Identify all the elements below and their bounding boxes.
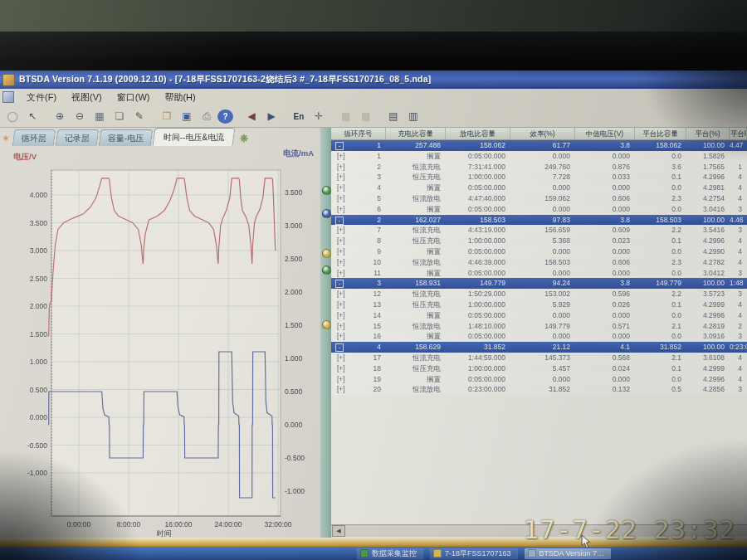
record-tool[interactable]: ◯ xyxy=(3,108,22,124)
column-header-3[interactable]: 效率(%) xyxy=(510,128,575,139)
step-row[interactable]: [+]7恒流充电4:43:19.000156.6590.6092.23.5416… xyxy=(331,225,747,236)
step-row[interactable]: [+]2恒流充电7:31:41.000249.7600.8763.61.7565… xyxy=(331,162,747,173)
expand-box-icon[interactable]: [+] xyxy=(331,204,351,215)
save-file-button[interactable]: ▣ xyxy=(178,108,196,124)
step-row[interactable]: [+]4搁置0:05:00.0000.0000.0000.04.29814 xyxy=(331,183,747,193)
expand-box-icon[interactable]: [+] xyxy=(331,353,351,363)
cell: 4.2754 xyxy=(686,193,730,204)
step-row[interactable]: [+]5恒流放电4:47:40.000159.0620.6062.34.2754… xyxy=(331,193,747,204)
cycle-table-button[interactable]: ▤ xyxy=(384,108,403,124)
menu-item-0[interactable]: 文件(F) xyxy=(19,90,64,105)
expand-box-icon[interactable]: [+] xyxy=(331,193,351,204)
column-header-7[interactable]: 平台时间 xyxy=(730,128,747,139)
step-row[interactable]: [+]15恒流放电1:48:10.000149.7790.5712.14.281… xyxy=(331,321,747,332)
collapse-box-icon[interactable]: - xyxy=(335,142,344,150)
cell: 5.368 xyxy=(510,236,575,246)
menu-item-3[interactable]: 帮助(H) xyxy=(157,90,203,105)
collapse-box-icon[interactable]: - xyxy=(335,217,344,225)
step-row[interactable]: [+]6搁置0:05:00.0000.0000.0000.03.04163 xyxy=(331,204,747,215)
pan-tool[interactable]: ❏ xyxy=(110,108,129,124)
menu-item-2[interactable]: 窗口(W) xyxy=(110,90,158,105)
record-table-button[interactable]: ▥ xyxy=(404,108,422,124)
zoom-out-tool[interactable]: ⊖ xyxy=(71,108,89,124)
grid-view-tool[interactable]: ▦ xyxy=(90,108,109,124)
disabled-button-2[interactable]: ▩ xyxy=(357,108,375,124)
column-header-6[interactable]: 平台(%) xyxy=(686,128,730,139)
step-row[interactable]: [+]14搁置0:05:00.0000.0000.0000.04.29964 xyxy=(331,310,747,321)
select-tool[interactable]: ↖ xyxy=(23,108,42,124)
expand-box-icon[interactable]: [+] xyxy=(331,384,351,395)
disabled-button-1[interactable]: ▩ xyxy=(337,108,355,124)
print-button[interactable]: ⎙ xyxy=(198,108,216,124)
cycle-summary-row[interactable]: -4158.62931.85221.124.131.852100.000:23:… xyxy=(331,342,747,353)
open-file-button[interactable]: ❐ xyxy=(158,108,176,124)
expand-box-icon[interactable]: [+] xyxy=(331,331,351,342)
expand-box-icon[interactable]: [+] xyxy=(331,151,351,162)
expand-box-icon[interactable]: [+] xyxy=(331,363,351,374)
cell: 3.0416 xyxy=(686,204,730,215)
taskbar-item-2[interactable]: BTSDA Version 7… xyxy=(525,548,612,559)
step-row[interactable]: [+]3恒压充电1:00:00.0007.7280.0330.14.29964 xyxy=(331,172,747,183)
step-row[interactable]: [+]9搁置0:05:00.0000.0000.0000.04.29904 xyxy=(331,246,747,257)
tab-2[interactable]: 容量-电压 xyxy=(99,129,154,146)
tab-0[interactable]: 循环层 xyxy=(12,129,56,146)
zoom-in-tool[interactable]: ⊕ xyxy=(51,108,69,124)
scroll-left-arrow-icon[interactable]: ◀ xyxy=(332,525,345,537)
cell: 0.1 xyxy=(635,172,686,183)
expand-box-icon[interactable]: [+] xyxy=(331,310,351,321)
column-header-1[interactable]: 充电比容量 xyxy=(386,128,446,139)
expand-box-icon[interactable]: [+] xyxy=(331,236,351,246)
taskbar-item-1[interactable]: 7-18早FSS1707163 xyxy=(430,548,518,559)
cell: 4.2782 xyxy=(686,257,730,268)
column-header-5[interactable]: 平台比容量 xyxy=(635,128,686,139)
collapse-box-icon[interactable]: - xyxy=(335,343,344,352)
expand-box-icon[interactable]: [+] xyxy=(331,268,351,279)
step-row[interactable]: [+]17恒流充电1:44:59.000145.3730.5682.13.610… xyxy=(331,353,747,363)
expand-box-icon[interactable]: [+] xyxy=(331,246,351,257)
tab-time-voltage-current[interactable]: 时间--电压&电流 xyxy=(153,128,236,146)
next-cycle-button[interactable]: ▶ xyxy=(262,108,281,124)
cycle-summary-row[interactable]: -2162.027158.50397.833.8158.503100.004.4… xyxy=(331,215,747,226)
svg-text:电压/V: 电压/V xyxy=(13,152,37,161)
prev-cycle-button[interactable]: ◀ xyxy=(242,108,261,124)
expand-box-icon[interactable]: [+] xyxy=(331,289,351,299)
expand-box-icon[interactable]: [+] xyxy=(331,183,351,193)
menu-item-1[interactable]: 视图(V) xyxy=(64,90,110,105)
step-row[interactable]: [+]16搁置0:05:00.0000.0000.0000.03.09163 xyxy=(331,331,747,342)
step-row[interactable]: [+]8恒压充电1:00:00.0005.3680.0230.14.29964 xyxy=(331,236,747,246)
language-en-button[interactable]: En xyxy=(290,108,308,124)
cycle-summary-row[interactable]: -3158.931149.77994.243.8149.779100.001:4… xyxy=(331,278,747,289)
marker-button[interactable]: ✛ xyxy=(310,108,328,124)
help-button[interactable]: ? xyxy=(217,110,233,124)
expand-box-icon[interactable]: [+] xyxy=(331,162,351,173)
expand-box-icon[interactable]: [+] xyxy=(331,257,351,268)
step-row[interactable]: [+]18恒压充电1:00:00.0005.4570.0240.14.29994 xyxy=(331,363,747,374)
step-row[interactable]: [+]20恒流放电0:23:00.00031.8520.1320.54.2856… xyxy=(331,384,747,395)
expand-box-icon[interactable]: [+] xyxy=(331,225,351,236)
expand-box-icon[interactable]: [+] xyxy=(331,299,351,310)
step-row[interactable]: [+]12恒流充电1:50:29.000153.0020.5962.23.572… xyxy=(331,289,747,299)
cycle-summary-row[interactable]: -1257.486158.06261.773.8158.062100.004.4… xyxy=(331,140,747,151)
expand-box-icon[interactable]: [+] xyxy=(331,321,351,332)
annotate-tool[interactable]: ✎ xyxy=(130,108,149,124)
step-row[interactable]: [+]10恒流放电4:46:39.000158.5030.6062.34.278… xyxy=(331,257,747,268)
collapse-box-icon[interactable]: - xyxy=(335,280,344,288)
step-row[interactable]: [+]13恒压充电1:00:00.0005.9290.0260.14.29994 xyxy=(331,299,747,310)
cell: 3 xyxy=(730,225,747,236)
tab-1[interactable]: 记录层 xyxy=(56,129,100,146)
cell: 0.132 xyxy=(575,384,635,395)
step-row[interactable]: [+]11搁置0:05:00.0000.0000.0000.03.04123 xyxy=(331,268,747,279)
column-header-4[interactable]: 中值电压(V) xyxy=(575,128,635,139)
panel-splitter[interactable] xyxy=(320,128,332,538)
cell: 0.000 xyxy=(575,246,635,257)
taskbar-item-0[interactable]: 数据采集监控 xyxy=(357,548,423,559)
expand-box-icon[interactable]: [+] xyxy=(331,374,351,385)
step-row[interactable]: [+]1搁置0:05:00.0000.0000.0000.01.5826 xyxy=(331,151,747,162)
expand-box-icon[interactable]: [+] xyxy=(331,172,351,183)
step-row[interactable]: [+]19搁置0:05:00.0000.0000.0000.04.29964 xyxy=(331,374,747,385)
column-header-0[interactable]: 循环序号 xyxy=(331,128,386,139)
cell: 4 xyxy=(730,374,747,385)
cell: 1:48 xyxy=(730,278,747,289)
cell: 4 xyxy=(730,193,747,204)
column-header-2[interactable]: 放电比容量 xyxy=(446,128,510,139)
